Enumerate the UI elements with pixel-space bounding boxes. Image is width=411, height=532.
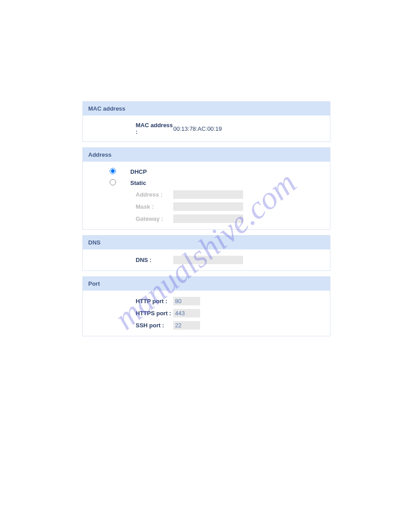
mask-input[interactable]: [173, 202, 243, 211]
http-port-label: HTTP port :: [88, 298, 173, 305]
dns-header: DNS: [83, 236, 330, 249]
dns-input[interactable]: [173, 256, 243, 264]
ssh-port-label: SSH port :: [88, 322, 173, 329]
https-port-input[interactable]: [173, 309, 200, 317]
dhcp-radio[interactable]: [110, 168, 116, 174]
settings-form: MAC address MAC address : 00:13:78:AC:00…: [82, 101, 330, 336]
static-label: Static: [124, 180, 146, 186]
static-radio[interactable]: [110, 179, 116, 185]
ssh-port-input[interactable]: [173, 321, 200, 330]
address-section: Address DHCP Static Address :: [82, 147, 330, 230]
address-label: Address :: [88, 191, 173, 198]
dhcp-label: DHCP: [124, 168, 147, 175]
address-header: Address: [83, 148, 330, 162]
port-section: Port HTTP port : HTTPS port : SSH port :: [82, 276, 330, 336]
dns-label: DNS :: [88, 257, 173, 263]
mac-value: 00:13:78:AC:00:19: [173, 125, 325, 132]
address-input[interactable]: [173, 190, 243, 199]
https-port-label: HTTPS port :: [88, 310, 173, 317]
port-header: Port: [83, 277, 330, 291]
gateway-input[interactable]: [173, 215, 243, 223]
mac-section: MAC address MAC address : 00:13:78:AC:00…: [82, 101, 330, 142]
mac-label: MAC address :: [88, 122, 173, 135]
gateway-label: Gateway :: [88, 215, 173, 222]
mask-label: Mask :: [88, 203, 173, 210]
http-port-input[interactable]: [173, 297, 200, 305]
mac-header: MAC address: [83, 102, 330, 116]
dns-section: DNS DNS :: [82, 235, 330, 271]
